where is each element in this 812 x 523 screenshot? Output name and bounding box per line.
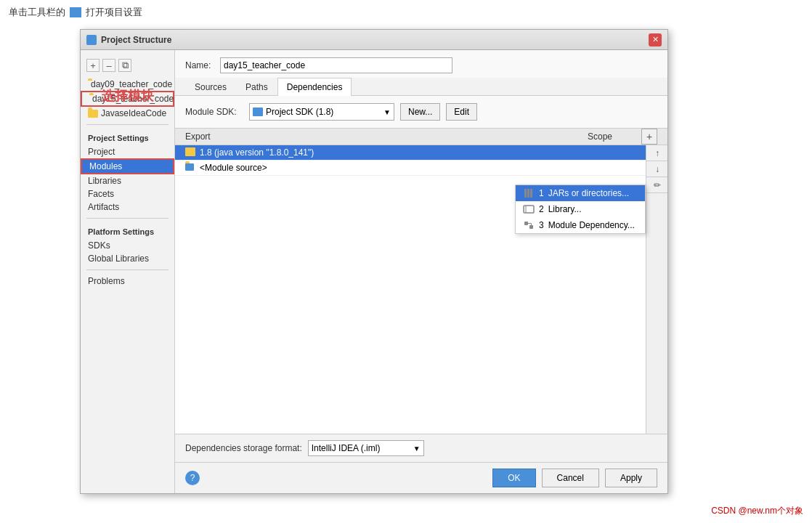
dropdown-item-library[interactable]: 2 Library... — [516, 201, 645, 217]
select-module-label: 选择模块 — [102, 87, 154, 105]
svg-rect-1 — [527, 189, 529, 198]
name-label: Name: — [185, 60, 214, 70]
new-sdk-button[interactable]: New... — [400, 103, 440, 121]
sidebar-item-sdks[interactable]: SDKs — [81, 239, 174, 252]
sidebar-item-global-libraries[interactable]: Global Libraries — [81, 252, 174, 265]
sidebar-item-label: Global Libraries — [88, 254, 149, 264]
right-panel: Name: Sources Paths Dependencies Module … — [175, 50, 667, 493]
close-button[interactable]: ✕ — [649, 33, 662, 46]
svg-rect-6 — [529, 225, 533, 229]
platform-settings-label: Platform Settings — [81, 223, 174, 239]
left-panel: + – ⧉ day09_teacher_code day15_te — [81, 50, 175, 493]
sdk-select[interactable]: Project SDK (1.8) ▼ — [249, 103, 394, 121]
dropdown-item-module-dep[interactable]: 3 Module Dependency... — [516, 217, 645, 233]
edit-sdk-button[interactable]: Edit — [446, 103, 477, 121]
module-dep-icon — [523, 220, 535, 230]
sidebar-item-label: Project — [88, 147, 115, 157]
tree-item-javase[interactable]: JavaseIdeaCode — [81, 107, 174, 120]
tabs-row: Sources Paths Dependencies — [175, 78, 667, 96]
sidebar-item-label: Libraries — [88, 176, 121, 186]
dep-jdk-text: 1.8 (java version "1.8.0_141") — [200, 147, 573, 158]
sdk-row: Module SDK: Project SDK (1.8) ▼ New... E… — [175, 96, 667, 128]
dialog-title-left: Project Structure — [86, 35, 171, 45]
storage-format-value: IntelliJ IDEA (.iml) — [312, 443, 381, 453]
export-column-header: Export — [185, 131, 554, 142]
sidebar-item-label: Facets — [88, 189, 114, 199]
storage-format-select[interactable]: IntelliJ IDEA (.iml) ▼ — [308, 440, 424, 456]
sidebar-item-label: Problems — [88, 276, 125, 286]
dropdown-item-num: 1 — [539, 188, 544, 198]
sidebar-item-artifacts[interactable]: Artifacts — [81, 200, 174, 214]
sdk-label: Module SDK: — [185, 107, 243, 117]
add-module-button[interactable]: + — [86, 59, 100, 72]
jars-icon — [523, 188, 535, 198]
top-instruction-text2: 打开项目设置 — [86, 6, 142, 19]
dialog-body: + – ⧉ day09_teacher_code day15_te — [81, 50, 667, 493]
move-up-button[interactable]: ↑ — [646, 145, 667, 161]
page: 单击工具栏的 打开项目设置 Project Structure ✕ + – — [0, 0, 812, 523]
module-name-input[interactable] — [220, 57, 452, 73]
sidebar-item-label: Modules — [89, 161, 122, 171]
cancel-button[interactable]: Cancel — [542, 469, 599, 487]
add-dependency-button[interactable]: + — [641, 129, 657, 145]
scope-column-header: Scope — [554, 131, 612, 142]
sidebar-item-label: Artifacts — [88, 202, 119, 212]
section-divider2 — [86, 218, 169, 219]
section-divider — [86, 124, 169, 125]
dialog-title-icon — [86, 35, 97, 45]
dep-module-source-text: <Module source> — [200, 163, 573, 173]
svg-rect-5 — [524, 222, 528, 225]
sdk-dropdown-arrow: ▼ — [383, 108, 391, 116]
deps-table-header: Export Scope + — [175, 128, 667, 145]
svg-rect-2 — [530, 189, 532, 198]
sdk-icon — [253, 108, 263, 116]
toolbar-icon — [70, 7, 81, 17]
module-source-icon — [185, 163, 197, 173]
project-structure-dialog: Project Structure ✕ + – ⧉ — [80, 29, 668, 494]
ok-button[interactable]: OK — [492, 469, 535, 487]
copy-module-button[interactable]: ⧉ — [118, 59, 131, 72]
svg-rect-3 — [524, 206, 534, 213]
tab-sources[interactable]: Sources — [185, 78, 236, 96]
deps-table-body: 1.8 (java version "1.8.0_141") <Module s… — [175, 145, 667, 434]
top-instruction-text: 单击工具栏的 — [9, 6, 65, 19]
dropdown-item-label2: Library... — [548, 204, 582, 214]
sidebar-item-problems[interactable]: Problems — [81, 275, 174, 288]
project-settings-label: Project Settings — [81, 129, 174, 145]
folder-icon — [88, 110, 98, 118]
move-down-button[interactable]: ↓ — [646, 161, 667, 177]
tab-dependencies[interactable]: Dependencies — [277, 78, 352, 96]
sidebar-item-libraries[interactable]: Libraries — [81, 174, 174, 187]
name-row: Name: — [175, 50, 667, 78]
sidebar-item-project[interactable]: Project — [81, 145, 174, 158]
remove-module-button[interactable]: – — [102, 59, 115, 72]
add-dependency-dropdown: 1 JARs or directories... 2 Lib — [515, 185, 646, 234]
dialog-titlebar: Project Structure ✕ — [81, 30, 667, 50]
dropdown-item-num3: 3 — [539, 220, 544, 230]
csdn-watermark: CSDN @new.nm个对象 — [711, 505, 803, 517]
section-divider3 — [86, 269, 169, 270]
sidebar-item-label: SDKs — [88, 240, 110, 251]
dropdown-item-label3: Module Dependency... — [548, 220, 635, 230]
dropdown-item-jars[interactable]: 1 JARs or directories... — [516, 185, 645, 201]
svg-rect-0 — [524, 189, 527, 198]
right-toolbar: ↑ ↓ ✏ — [646, 145, 667, 434]
sidebar-item-facets[interactable]: Facets — [81, 187, 174, 200]
dropdown-item-label: JARs or directories... — [548, 188, 629, 198]
jdk-icon — [185, 147, 197, 158]
dep-row-jdk[interactable]: 1.8 (java version "1.8.0_141") — [175, 145, 667, 161]
edit-entry-button[interactable]: ✏ — [646, 177, 667, 193]
storage-label: Dependencies storage format: — [185, 443, 302, 453]
help-button[interactable]: ? — [185, 471, 200, 485]
apply-button[interactable]: Apply — [605, 469, 657, 487]
tab-paths[interactable]: Paths — [236, 78, 277, 96]
dep-row-module-source[interactable]: <Module source> — [175, 161, 667, 176]
storage-dropdown-arrow: ▼ — [413, 445, 421, 453]
top-instruction-bar: 单击工具栏的 打开项目设置 — [0, 0, 812, 25]
dropdown-item-num2: 2 — [539, 204, 544, 214]
left-toolbar: + – ⧉ — [81, 56, 174, 78]
tree-item-label: JavaseIdeaCode — [101, 108, 166, 118]
sidebar-item-modules[interactable]: Modules — [81, 158, 174, 174]
dialog-title: Project Structure — [101, 35, 171, 45]
dialog-footer: ? OK Cancel Apply — [175, 462, 667, 493]
